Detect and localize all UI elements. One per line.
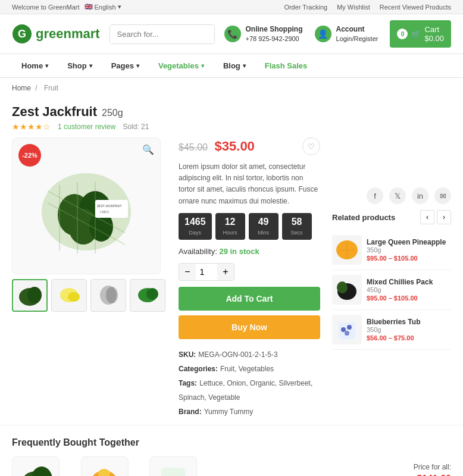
- top-bar: Welcome to GreenMart 🇬🇧 English ▾ Order …: [0, 0, 463, 14]
- product-title: Zest Jackfruit: [12, 104, 97, 120]
- fbt-price-box: Price for all: $141.00 Add all to Cart: [374, 463, 451, 476]
- wishlist-link[interactable]: My Wishlist: [337, 4, 370, 11]
- zoom-icon[interactable]: 🔍: [142, 144, 154, 155]
- logo-text: greenmart: [36, 26, 100, 42]
- logo-icon: G: [12, 24, 32, 44]
- account-info[interactable]: 👤 Account Login/Register: [315, 24, 378, 43]
- contact-info: 📞 Online Shopping +78 925-942-2900: [224, 24, 303, 43]
- email-icon[interactable]: ✉: [434, 187, 451, 204]
- timer-secs: 58 Secs: [282, 213, 312, 240]
- cart-count: 0: [397, 29, 408, 39]
- related-item[interactable]: Mixed Chillies Pack 450g $95.00 – $105.0…: [332, 270, 451, 310]
- svg-point-30: [347, 325, 352, 330]
- cart-button[interactable]: 0 🛒 Cart $0.00: [390, 20, 451, 48]
- svg-text:G: G: [18, 28, 26, 40]
- svg-rect-36: [161, 468, 185, 476]
- thumbnail-3[interactable]: [90, 279, 126, 312]
- product-weight: 250g: [102, 108, 123, 118]
- qty-increase-button[interactable]: +: [217, 264, 234, 280]
- product-image-svg: ZEST JACKFRUIT LIMES: [30, 149, 143, 262]
- linkedin-icon[interactable]: in: [412, 187, 428, 204]
- thumbnail-2[interactable]: [51, 279, 87, 312]
- wishlist-button[interactable]: ♡: [302, 137, 320, 155]
- fbt-total-price: $141.00: [386, 474, 451, 476]
- quantity-input[interactable]: [196, 267, 217, 277]
- product-details: $45.00 $35.00 ♡ Lorem ipsum dolor sit am…: [179, 137, 320, 419]
- buy-now-button[interactable]: Buy Now: [179, 315, 320, 339]
- sold-count: Sold: 21: [123, 123, 149, 131]
- social-share: f 𝕏 in ✉: [332, 187, 451, 204]
- related-next-button[interactable]: ›: [437, 210, 451, 224]
- logo[interactable]: G greenmart: [12, 24, 100, 44]
- product-images: -22% 🔍: [12, 137, 165, 419]
- product-stars: ★★★★☆: [12, 122, 51, 131]
- price-section: $45.00 $35.00 ♡: [179, 137, 320, 155]
- breadcrumb-category: Fruit: [44, 84, 58, 92]
- fbt-title: Frequently Bought Together: [12, 437, 451, 448]
- twitter-icon[interactable]: 𝕏: [389, 187, 406, 204]
- chevron-down-icon: ▾: [45, 62, 48, 69]
- order-tracking-link[interactable]: Order Tracking: [284, 4, 327, 11]
- breadcrumb-home[interactable]: Home: [12, 84, 31, 92]
- cart-price: $0.00: [424, 34, 444, 43]
- language-selector[interactable]: 🇬🇧 English ▾: [85, 3, 121, 11]
- timer-mins: 49 Mins: [249, 213, 279, 240]
- nav-flash-sales[interactable]: Flash Sales: [255, 54, 317, 77]
- fbt-product-1[interactable]: [12, 456, 60, 476]
- discount-badge: -22%: [18, 144, 41, 167]
- svg-point-27: [337, 281, 348, 293]
- quantity-row: − +: [179, 263, 320, 281]
- timer-days: 1465 Days: [179, 213, 212, 240]
- facebook-icon[interactable]: f: [367, 187, 383, 204]
- fbt-plus-icon-1: +: [67, 473, 74, 476]
- main-nav: Home ▾ Shop ▾ Pages ▾ Vegetables ▾ Blog …: [0, 54, 463, 78]
- related-prev-button[interactable]: ‹: [420, 210, 434, 224]
- svg-point-31: [345, 331, 349, 336]
- thumbnail-1[interactable]: [12, 279, 48, 312]
- contact-label: Online Shopping: [246, 24, 303, 35]
- related-product-image-3: [332, 315, 362, 345]
- qty-decrease-button[interactable]: −: [179, 264, 196, 280]
- account-label: Account: [336, 24, 378, 35]
- svg-point-33: [31, 466, 52, 476]
- account-sub: Login/Register: [336, 35, 378, 42]
- nav-vegetables[interactable]: Vegetables ▾: [149, 54, 214, 77]
- chevron-down-icon: ▾: [201, 62, 204, 69]
- chevron-down-icon: ▾: [136, 62, 139, 69]
- thumbnail-4[interactable]: [130, 279, 165, 312]
- related-product-info-1: Large Queen Pineapple 350g $95.00 – $105…: [367, 238, 446, 262]
- nav-blog[interactable]: Blog ▾: [214, 54, 255, 77]
- fbt-items-row: + + Free Range: [12, 456, 197, 476]
- main-product-image: -22% 🔍: [12, 137, 161, 274]
- related-products-header: Related products ‹ ›: [332, 210, 451, 224]
- nav-shop[interactable]: Shop ▾: [58, 54, 102, 77]
- product-description: Lorem ipsum dolor sit amet, consectetur …: [179, 161, 320, 207]
- related-nav-arrows: ‹ ›: [420, 210, 451, 224]
- related-products-title: Related products: [332, 213, 395, 222]
- fbt-plus-icon-2: +: [136, 473, 143, 476]
- svg-point-18: [68, 292, 80, 302]
- svg-point-22: [146, 288, 158, 300]
- review-count[interactable]: 1 customer review: [58, 123, 115, 131]
- nav-pages[interactable]: Pages ▾: [102, 54, 149, 77]
- related-item[interactable]: Large Queen Pineapple 350g $95.00 – $105…: [332, 230, 451, 270]
- fbt-price-label: Price for all:: [386, 463, 451, 471]
- svg-point-20: [106, 287, 118, 303]
- countdown-timer: 1465 Days 12 Hours 49 Mins 58 Secs: [179, 213, 320, 240]
- related-product-info-3: Blueberries Tub 350g $56.00 – $75.00: [367, 318, 420, 342]
- welcome-text: Welcome to GreenMart: [12, 4, 80, 11]
- nav-home[interactable]: Home ▾: [12, 54, 58, 77]
- add-to-cart-button[interactable]: Add To Cart: [179, 287, 320, 311]
- old-price: $45.00: [179, 142, 208, 152]
- related-item[interactable]: Blueberries Tub 350g $56.00 – $75.00: [332, 310, 451, 350]
- fbt-product-2[interactable]: [81, 456, 129, 476]
- account-icon: 👤: [315, 26, 331, 42]
- recent-viewed-link[interactable]: Recent Viewed Products: [380, 4, 451, 11]
- related-product-info-2: Mixed Chillies Pack 450g $95.00 – $105.0…: [367, 278, 433, 302]
- sidebar: f 𝕏 in ✉ Related products ‹ ›: [332, 104, 451, 419]
- search-input[interactable]: [110, 25, 215, 43]
- fbt-product-3[interactable]: Free Range: [149, 456, 197, 476]
- availability: Availability: 29 in stock: [179, 247, 320, 256]
- related-products: Related products ‹ › Large Queen Pineapp…: [332, 210, 451, 350]
- search-bar: 🔍: [110, 24, 215, 44]
